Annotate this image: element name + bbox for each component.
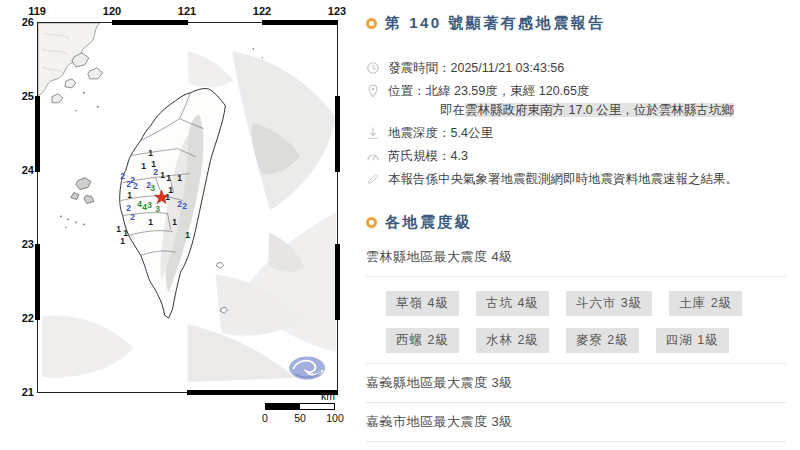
- y-tick-label: 25: [4, 90, 34, 102]
- intensity-groups: 雲林縣地區最大震度 4級草嶺 4級古坑 4級斗六市 3級土庫 2級西螺 2級水林…: [366, 238, 786, 450]
- intensity-section-title-row: 各地震度級: [366, 213, 786, 232]
- frame-segment: [335, 96, 340, 172]
- report-title-row: 第 140 號顯著有感地震報告: [366, 14, 786, 33]
- intensity-marker: 1: [166, 173, 171, 183]
- station-intensity-badge: 草嶺 4級: [386, 291, 459, 316]
- intensity-marker: 2: [153, 167, 158, 177]
- y-tick-label: 26: [4, 16, 34, 28]
- intensity-group-header: 雲林縣地區最大震度 4級: [366, 238, 786, 276]
- intensity-marker: 3: [147, 200, 152, 210]
- intensity-marker: 3: [155, 204, 160, 214]
- taiwan-intensity-map: 111211122223211144332222111111: [37, 22, 338, 393]
- report-panel: 第 140 號顯著有感地震報告 發震時間：2025/11/21 03:43:56…: [360, 0, 800, 450]
- pencil-icon: [366, 172, 380, 186]
- station-intensity-badge: 四湖 1級: [656, 328, 729, 353]
- intensity-group-header: 嘉義市地區最大震度 3級: [366, 403, 786, 441]
- station-intensity-badge: 古坑 4級: [476, 291, 549, 316]
- location-description-highlight: 雲林縣政府東南方 17.0 公里，位於雲林縣古坑鄉: [465, 103, 734, 117]
- report-detail-text: 位置：北緯 23.59度，東經 120.65度即在雲林縣政府東南方 17.0 公…: [388, 82, 734, 120]
- scale-bar-black-segment: [266, 404, 300, 409]
- frame-segment: [262, 20, 338, 25]
- scale-tick-label: 100: [326, 412, 344, 424]
- frame-segment: [35, 244, 40, 320]
- station-intensity-badge: 土庫 2級: [669, 291, 742, 316]
- report-detail-row: 發震時間：2025/11/21 03:43:56: [366, 59, 786, 78]
- intensity-group-header: 臺南市地區最大震度 2級: [366, 442, 786, 450]
- station-intensity-badge: 西螺 2級: [386, 328, 459, 353]
- intensity-marker: 1: [127, 190, 132, 200]
- intensity-marker: 2: [126, 179, 131, 189]
- map-canvas: 111211122223211144332222111111: [38, 23, 337, 392]
- report-detail-text: 芮氏規模：4.3: [388, 147, 468, 166]
- earthquake-report-page: 111211122223211144332222111111 km 0 50 1…: [0, 0, 800, 450]
- map-scale-bar: km 0 50 100: [265, 390, 335, 423]
- intensity-marker: 1: [172, 217, 177, 227]
- scale-tick-label: 50: [294, 412, 306, 424]
- intensity-marker: 1: [116, 224, 121, 234]
- intensity-marker: 1: [120, 236, 125, 246]
- x-tick-label: 120: [103, 5, 121, 17]
- intensity-marker: 1: [160, 170, 165, 180]
- intensity-marker: 1: [185, 230, 190, 240]
- y-tick-label: 22: [4, 312, 34, 324]
- frame-segment: [35, 96, 40, 172]
- magnitude-icon: [366, 149, 380, 163]
- report-detail-text: 發震時間：2025/11/21 03:43:56: [388, 59, 564, 78]
- map-panel: 111211122223211144332222111111 km 0 50 1…: [0, 0, 360, 450]
- report-title: 第 140 號顯著有感地震報告: [385, 14, 606, 33]
- intensity-section-title: 各地震度級: [385, 213, 473, 232]
- scale-unit-label: km: [265, 390, 335, 402]
- scale-tick-label: 0: [262, 412, 268, 424]
- clock-icon: [366, 61, 380, 75]
- report-detail-text: 本報告係中央氣象署地震觀測網即時地震資料地震速報之結果。: [388, 170, 738, 189]
- x-tick-label: 121: [178, 5, 196, 17]
- x-tick-label: 122: [253, 5, 271, 17]
- intensity-marker: 1: [148, 217, 153, 227]
- station-intensity-badge: 水林 2級: [476, 328, 549, 353]
- intensity-marker: 1: [177, 173, 182, 183]
- intensity-marker: 3: [150, 183, 155, 193]
- report-detail-row: 本報告係中央氣象署地震觀測網即時地震資料地震速報之結果。: [366, 170, 786, 189]
- station-intensity-badge: 斗六市 3級: [566, 291, 652, 316]
- report-details: 發震時間：2025/11/21 03:43:56位置：北緯 23.59度，東經 …: [366, 59, 786, 189]
- frame-segment: [335, 244, 340, 320]
- location-pin-icon: [366, 84, 380, 98]
- intensity-marker: 2: [130, 212, 135, 222]
- station-intensity-badge: 麥寮 2級: [566, 328, 639, 353]
- y-tick-label: 24: [4, 164, 34, 176]
- scale-bar-labels: 0 50 100: [265, 410, 335, 423]
- y-tick-label: 23: [4, 238, 34, 250]
- intensity-marker: 2: [182, 201, 187, 211]
- scale-bar-graphic: [265, 403, 335, 410]
- bullet-icon: [366, 18, 377, 29]
- report-detail-row: 芮氏規模：4.3: [366, 147, 786, 166]
- report-detail-row: 地震深度：5.4公里: [366, 124, 786, 143]
- frame-segment: [112, 20, 188, 25]
- intensity-badge-list: 草嶺 4級古坑 4級斗六市 3級土庫 2級西螺 2級水林 2級麥寮 2級四湖 1…: [366, 277, 786, 363]
- report-detail-row: 位置：北緯 23.59度，東經 120.65度即在雲林縣政府東南方 17.0 公…: [366, 82, 786, 120]
- depth-icon: [366, 126, 380, 140]
- x-tick-label: 123: [328, 5, 346, 17]
- y-tick-label: 21: [4, 386, 34, 398]
- intensity-group-header: 嘉義縣地區最大震度 3級: [366, 364, 786, 402]
- intensity-marker: 1: [148, 148, 153, 158]
- cwa-logo: [289, 357, 325, 380]
- bullet-icon: [366, 217, 377, 228]
- intensity-marker: 1: [141, 161, 146, 171]
- intensity-marker: 2: [120, 171, 125, 181]
- intensity-marker: 2: [133, 181, 138, 191]
- report-detail-text: 地震深度：5.4公里: [388, 124, 493, 143]
